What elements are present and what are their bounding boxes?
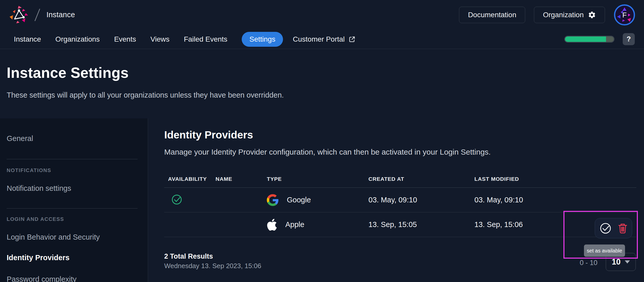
chevron-down-icon [625,260,630,264]
external-link-icon [348,36,356,43]
col-last-modified: LAST MODIFIED [474,176,589,182]
sidebar-divider [7,159,138,159]
last-modified-cell: 03. May, 09:10 [474,196,589,204]
total-results: 2 Total Results [164,252,636,260]
identity-providers-content: Identity Providers Manage your Identity … [148,118,644,282]
organization-button-label: Organization [543,11,584,19]
sidebar-section-login-and-access: LOGIN AND ACCESS [7,216,141,222]
breadcrumb-slash [34,8,40,21]
sidebar-item-password-complexity[interactable]: Password complexity [7,275,141,282]
apple-logo-icon [267,219,277,231]
created-at-cell: 03. May, 09:10 [368,196,474,204]
nav-item-customer-portal[interactable]: Customer Portal [293,35,355,43]
provider-type-label: Google [287,196,311,204]
pagination-range: 0 - 10 [577,259,600,267]
provider-type-label: Apple [285,220,304,229]
type-cell: Apple [267,219,368,231]
avatar-letter: F [622,11,627,19]
page-subtitle: These settings will apply to all your or… [7,91,637,99]
sidebar-divider [7,208,138,209]
quota-progress-fill [565,36,606,42]
user-avatar[interactable]: F [614,4,635,26]
last-modified-cell: 13. Sep, 15:06 [474,220,589,229]
refresh-timestamp: Wednesday 13. Sep 2023, 15:06 [164,262,636,270]
row-actions [595,218,632,238]
nav-item-settings-active[interactable]: Settings [242,32,283,47]
page-title: Instance Settings [7,64,637,81]
settings-panel: General NOTIFICATIONS Notification setti… [0,118,644,282]
breadcrumb[interactable]: Instance [46,11,75,19]
help-button[interactable]: ? [623,33,635,45]
delete-provider-button[interactable] [618,223,628,234]
section-description: Manage your Identity Provider configurat… [164,147,636,157]
google-logo-icon [267,194,279,206]
documentation-button[interactable]: Documentation [459,7,525,23]
customer-portal-label: Customer Portal [293,35,345,43]
col-name: NAME [216,176,267,182]
page-size-value: 10 [612,257,620,267]
type-cell: Google [267,194,368,206]
zitadel-logo-icon[interactable] [9,5,29,25]
col-created-at: CREATED AT [368,176,474,182]
table-header-row: AVAILABILITY NAME TYPE CREATED AT LAST M… [164,170,636,188]
sidebar-section-notifications: NOTIFICATIONS [7,167,141,173]
gear-icon [588,11,596,19]
col-availability: AVAILABILITY [168,176,216,182]
organization-button[interactable]: Organization [534,7,605,23]
set-as-available-tooltip: set as available [584,245,625,257]
quota-progress-bar [564,36,614,43]
sidebar-item-login-behavior[interactable]: Login Behavior and Security [7,233,141,241]
top-header: Instance Documentation Organization F [0,0,644,30]
instance-settings-page: Instance Documentation Organization F In… [0,0,644,282]
hero-section: Instance Settings These settings will ap… [0,49,644,118]
available-check-icon [171,194,182,205]
table-row-apple[interactable]: Apple 13. Sep, 15:05 13. Sep, 15:06 [164,212,636,237]
identity-providers-table: AVAILABILITY NAME TYPE CREATED AT LAST M… [164,170,636,237]
nav-item-instance[interactable]: Instance [14,35,41,43]
nav-item-organizations[interactable]: Organizations [55,35,100,43]
availability-cell [168,194,216,206]
nav-item-events[interactable]: Events [114,35,136,43]
nav-item-views[interactable]: Views [150,35,169,43]
col-type: TYPE [267,176,368,182]
created-at-cell: 13. Sep, 15:05 [368,220,474,229]
table-row-google[interactable]: Google 03. May, 09:10 03. May, 09:10 [164,188,636,212]
section-title: Identity Providers [164,128,636,142]
documentation-button-label: Documentation [468,11,516,19]
table-footer: 2 Total Results Wednesday 13. Sep 2023, … [164,252,636,270]
instance-nav: Instance Organizations Events Views Fail… [0,30,644,49]
set-available-button[interactable] [599,222,612,234]
nav-item-failed-events[interactable]: Failed Events [184,35,227,43]
sidebar-item-identity-providers[interactable]: Identity Providers [7,253,141,262]
sidebar-item-general[interactable]: General [7,134,141,143]
sidebar-item-notification-settings[interactable]: Notification settings [7,184,141,193]
settings-sidebar: General NOTIFICATIONS Notification setti… [0,118,148,282]
